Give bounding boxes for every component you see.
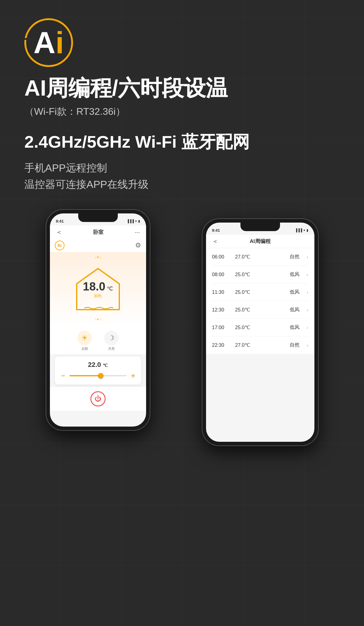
- schedule-item-2[interactable]: 11:30 25.0℃ 低风 ›: [212, 283, 308, 301]
- sun-mode-circle: ☀: [77, 331, 92, 345]
- sched-arrow-5: ›: [307, 343, 308, 348]
- sched-mode-2: 低风: [290, 289, 302, 295]
- sched-temp-2: 25.0℃: [235, 289, 285, 295]
- main-content: Ai AI周编程/六时段设温 （Wi-Fi款：RT32.36i） 2.4GHz/…: [0, 0, 364, 470]
- logo-letter-a: A: [33, 26, 55, 60]
- feature-list: 手机APP远程控制 温控器可连接APP在线升级: [24, 161, 340, 192]
- sched-temp-5: 27.0℃: [235, 342, 285, 348]
- sched-arrow-1: ›: [307, 272, 308, 277]
- battery-icon-2: ▮: [306, 228, 308, 232]
- phone-1-screen: 9:41 ▐▐▐ ▾ ▮ ＜ 卧室 ··· Ai: [50, 213, 146, 427]
- schedule-item-5[interactable]: 22:30 27.0℃ 自然 ›: [212, 336, 308, 354]
- sun-mode-item[interactable]: ☀ 太阳: [77, 331, 92, 351]
- temp-decrease-button[interactable]: －: [60, 371, 66, 380]
- phones-container: 9:41 ▐▐▐ ▾ ▮ ＜ 卧室 ··· Ai: [24, 210, 340, 445]
- sched-time-1: 08:00: [212, 272, 230, 277]
- app-toolbar: Ai ⚙: [50, 239, 146, 252]
- schedule-item-1[interactable]: 08:00 25.0℃ 低风 ›: [212, 266, 308, 283]
- nav-title: 卧室: [93, 229, 103, 236]
- schedule-item-0[interactable]: 06:00 27.0℃ 自然 ›: [212, 248, 308, 266]
- schedule-list: 06:00 27.0℃ 自然 › 08:00 25.0℃ 低风 › 11:30 …: [206, 248, 314, 354]
- schedule-nav: ＜ AI周编程: [206, 235, 314, 248]
- slider-fill: [69, 375, 101, 376]
- phone-1-time: 9:41: [56, 219, 64, 223]
- settings-icon[interactable]: ⚙: [135, 241, 141, 249]
- sched-time-2: 11:30: [212, 290, 230, 295]
- sched-arrow-3: ›: [307, 308, 308, 312]
- phone-2-time: 9:41: [212, 228, 220, 233]
- schedule-item-3[interactable]: 12:30 25.0℃ 低风 ›: [212, 301, 308, 319]
- sched-temp-0: 27.0℃: [235, 254, 285, 260]
- sched-arrow-4: ›: [307, 325, 308, 330]
- signal-icon: ▐▐▐: [127, 219, 134, 223]
- phone-main-screen: 9:41 ▐▐▐ ▾ ▮ ＜ 卧室 ··· Ai: [46, 210, 150, 430]
- moon-mode-label: 月亮: [108, 346, 115, 351]
- phone-2-notch: [240, 223, 280, 231]
- logo-letter-i: i: [55, 26, 64, 60]
- sched-time-4: 17:00: [212, 325, 230, 330]
- schedule-back-button[interactable]: ＜: [212, 237, 218, 245]
- sched-temp-4: 25.0℃: [235, 325, 285, 330]
- house-shape: 18.0 ℃ 加热: [68, 262, 128, 314]
- power-icon: ⏻: [95, 395, 101, 403]
- temp-slider-track[interactable]: [69, 375, 127, 376]
- sched-time-5: 22:30: [212, 343, 230, 348]
- model-subtitle: （Wi-Fi款：RT32.36i）: [24, 105, 340, 118]
- ai-logo-circle: Ai: [24, 18, 73, 67]
- wifi-heading: 2.4GHz/5GHz Wi-Fi 蓝牙配网: [24, 131, 340, 154]
- phone-2-screen: 9:41 ▐▐▐ ▾ ▮ ＜ AI周编程 06:00: [206, 223, 314, 442]
- power-section: ⏻: [50, 387, 146, 411]
- ai-icon-small[interactable]: Ai: [55, 241, 65, 250]
- sun-icon: ☀: [81, 334, 88, 342]
- sched-temp-1: 25.0℃: [235, 272, 285, 277]
- moon-mode-circle: ☽: [104, 331, 119, 345]
- thermostat-area: ↓☀↓ 18.0 ℃: [50, 252, 146, 328]
- temp-display: 18.0 ℃ 加热: [83, 280, 113, 299]
- sched-temp-3: 25.0℃: [235, 307, 285, 313]
- sched-mode-1: 低风: [290, 271, 302, 278]
- moon-mode-item[interactable]: ☽ 月亮: [104, 331, 119, 351]
- signal-icon-2: ▐▐▐: [295, 228, 302, 232]
- nav-back-button[interactable]: ＜: [56, 228, 62, 236]
- sched-time-3: 12:30: [212, 307, 230, 313]
- sched-mode-4: 低风: [290, 324, 302, 331]
- phone-1-notch: [78, 213, 118, 222]
- main-heading: AI周编程/六时段设温: [24, 76, 340, 100]
- arrow-bottom-indicator: ↑☀↑: [94, 317, 101, 322]
- temp-increase-button[interactable]: ＋: [130, 371, 136, 380]
- phone-2-status-icons: ▐▐▐ ▾ ▮: [295, 228, 308, 232]
- sched-mode-3: 低风: [290, 307, 302, 313]
- feature-item-1: 手机APP远程控制: [24, 161, 340, 175]
- feature-item-2: 温控器可连接APP在线升级: [24, 178, 340, 192]
- slider-controls: － ＋: [60, 371, 136, 380]
- current-temp-value: 18.0 ℃: [83, 280, 113, 293]
- moon-icon: ☽: [108, 334, 114, 342]
- phone-schedule-screen: 9:41 ▐▐▐ ▾ ▮ ＜ AI周编程 06:00: [202, 219, 318, 445]
- phone-1-status-icons: ▐▐▐ ▾ ▮: [127, 219, 140, 223]
- battery-icon: ▮: [138, 219, 140, 223]
- ai-logo: Ai: [24, 18, 340, 67]
- ai-logo-text: Ai: [33, 27, 64, 58]
- nav-more-button[interactable]: ···: [135, 229, 140, 236]
- power-button[interactable]: ⏻: [90, 391, 106, 406]
- sun-mode-label: 太阳: [81, 346, 88, 351]
- temp-status: 加热: [83, 293, 113, 299]
- schedule-title: AI周编程: [218, 238, 302, 245]
- phone-1-nav: ＜ 卧室 ···: [50, 226, 146, 239]
- sched-arrow-0: ›: [307, 255, 308, 259]
- slider-thumb[interactable]: [98, 373, 103, 378]
- sched-time-0: 06:00: [212, 254, 230, 260]
- wifi-status-icon: ▾: [135, 219, 137, 223]
- mode-icons: ☀ 太阳 ☽ 月亮: [50, 328, 146, 354]
- arrow-top-indicator: ↓☀↓: [94, 255, 101, 259]
- sched-mode-0: 自然: [290, 254, 302, 260]
- temp-slider-section: 22.0 ℃ － ＋: [55, 357, 141, 385]
- sched-arrow-2: ›: [307, 290, 308, 295]
- schedule-item-4[interactable]: 17:00 25.0℃ 低风 ›: [212, 319, 308, 336]
- wifi-icon-2: ▾: [303, 228, 305, 232]
- set-temp-display: 22.0 ℃: [60, 361, 136, 369]
- sched-mode-5: 自然: [290, 342, 302, 348]
